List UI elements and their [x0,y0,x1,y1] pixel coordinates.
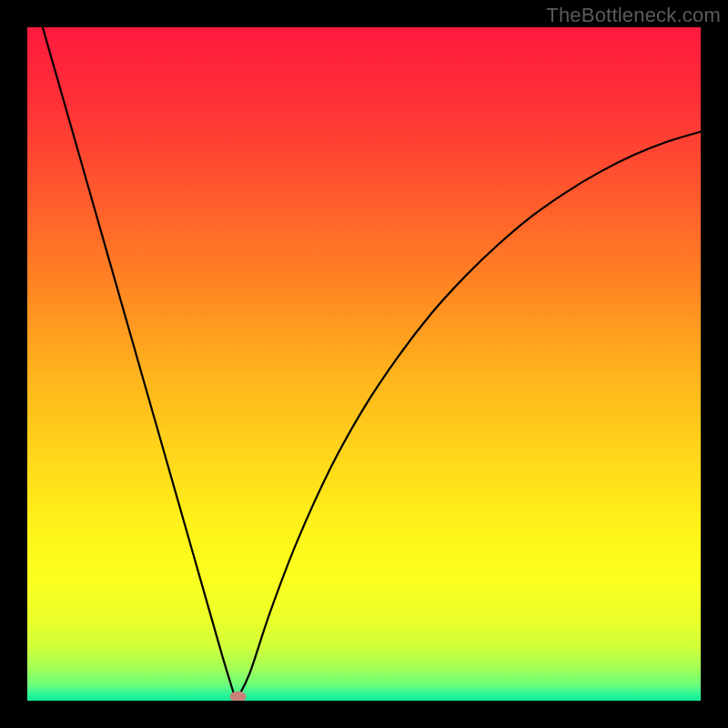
plot-area [27,27,701,701]
gradient-background [27,27,701,701]
bottleneck-chart [27,27,701,701]
watermark-text: TheBottleneck.com [546,4,721,27]
chart-frame: TheBottleneck.com [0,0,728,728]
